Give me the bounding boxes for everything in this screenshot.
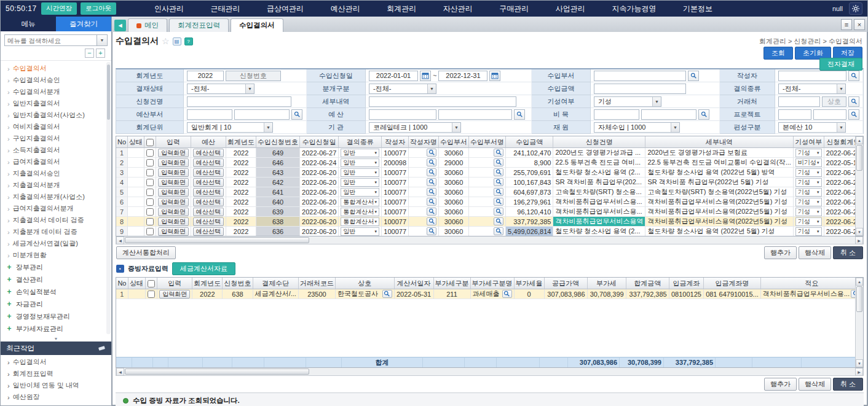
dept-search-icon[interactable] bbox=[494, 168, 503, 176]
search-icon[interactable] bbox=[688, 71, 699, 81]
writer-search-icon[interactable] bbox=[427, 217, 436, 225]
vendor-input[interactable] bbox=[778, 96, 820, 107]
select-all-checkbox[interactable] bbox=[146, 139, 154, 146]
income-grid-row[interactable]: 1입력화면예산선택20226492022-06-27일반▼10007730060… bbox=[116, 148, 863, 158]
expand-all-button[interactable]: + bbox=[96, 49, 105, 58]
column-header[interactable]: 회계년도 bbox=[192, 278, 223, 289]
completion-select[interactable]: 기성▼ bbox=[795, 168, 822, 177]
sidebar-tab-favorites[interactable]: 즐겨찾기 bbox=[56, 17, 111, 31]
column-header[interactable]: 계산서일자 bbox=[395, 278, 434, 289]
row-checkbox[interactable] bbox=[146, 189, 154, 196]
column-header[interactable]: 수입부서명 bbox=[469, 136, 506, 148]
column-header[interactable]: No bbox=[116, 136, 128, 148]
sidebar-group-item[interactable]: +경영정보재무관리 bbox=[1, 310, 111, 322]
topbar-menu-item[interactable]: 예산관리 bbox=[327, 4, 364, 14]
grid-horizontal-scrollbar[interactable]: ◀ ▶ bbox=[116, 236, 864, 244]
sidebar-menu-item[interactable]: ›급여지출결의서 bbox=[1, 156, 111, 168]
grid-vertical-scrollbar[interactable]: ▲ ▼ bbox=[855, 278, 863, 367]
dept-search-icon[interactable] bbox=[494, 198, 503, 206]
column-header[interactable]: 수입신청번호 bbox=[256, 136, 300, 148]
sidebar-tab-menu[interactable]: 메뉴 bbox=[1, 17, 56, 31]
column-header[interactable]: 거래처코드 bbox=[299, 278, 336, 289]
budget-dept-name-input[interactable] bbox=[234, 109, 290, 120]
input-screen-button[interactable]: 입력화면 bbox=[158, 188, 189, 197]
dept-search-icon[interactable] bbox=[494, 208, 503, 216]
scroll-up-icon[interactable]: ▲ bbox=[856, 136, 863, 144]
sidebar-menu-item[interactable]: ›지출결의서분개(사업소) bbox=[1, 191, 111, 203]
detail-input[interactable] bbox=[369, 96, 516, 107]
decision-type-select[interactable]: 일반▼ bbox=[341, 168, 379, 177]
sidebar-menu-item[interactable]: ›수입결의서승인 bbox=[1, 74, 111, 86]
grid-horizontal-scrollbar[interactable]: ◀ ▶ bbox=[116, 368, 864, 376]
favorite-star-icon[interactable]: ☆ bbox=[162, 36, 170, 46]
sidebar-menu-item[interactable]: ›소득지출결의서 bbox=[1, 144, 111, 156]
writer-search-icon[interactable] bbox=[427, 178, 436, 186]
agency-select[interactable]: 코레일테크 | 1000▼ bbox=[369, 122, 461, 133]
sidebar-scrollbar[interactable] bbox=[106, 62, 111, 334]
tax-invoice-button[interactable]: 세금계산서자료 bbox=[172, 262, 235, 275]
completion-select[interactable]: 비기성▼ bbox=[795, 158, 822, 167]
scroll-right-icon[interactable]: ▶ bbox=[855, 368, 863, 376]
project-name-input[interactable] bbox=[813, 109, 846, 120]
sidebar-menu-item[interactable]: ›지출결의서승인 bbox=[1, 168, 111, 179]
vendor-search-icon[interactable] bbox=[382, 290, 392, 298]
completion-select[interactable]: 기성▼ bbox=[795, 208, 822, 216]
sidebar-menu-item[interactable]: ›수입결의서분개 bbox=[1, 86, 111, 98]
recent-work-item[interactable]: ›수입결의서 bbox=[1, 356, 111, 368]
document-tab[interactable]: 회계전표입력 bbox=[169, 18, 229, 32]
decision-type-select[interactable]: 통합계산서▼ bbox=[341, 208, 379, 216]
column-header[interactable]: 회계년도 bbox=[226, 136, 256, 148]
income-grid-row[interactable]: 8입력화면예산선택20226382022-06-20통합계산서▼10007730… bbox=[116, 217, 863, 227]
expense-item-code-input[interactable] bbox=[594, 109, 639, 120]
budget-name-input[interactable] bbox=[438, 109, 512, 120]
sidebar-menu-item[interactable]: ›세금계산서연결(일괄) bbox=[1, 238, 111, 249]
topbar-menu-item[interactable]: 구매관리 bbox=[495, 4, 532, 14]
column-header[interactable]: 기성여부 bbox=[794, 136, 824, 148]
add-row-button[interactable]: 행추가 bbox=[764, 246, 797, 259]
column-header[interactable]: 상호 bbox=[336, 278, 395, 289]
column-header[interactable]: 공급가액 bbox=[545, 278, 588, 289]
request-no-input[interactable] bbox=[226, 71, 281, 81]
column-header[interactable] bbox=[144, 136, 156, 148]
row-checkbox[interactable] bbox=[146, 218, 154, 225]
column-header[interactable]: 부가세구분 bbox=[434, 278, 471, 289]
input-screen-button[interactable]: 입력화면 bbox=[158, 168, 189, 177]
writer-search-icon[interactable] bbox=[427, 168, 436, 176]
input-screen-button[interactable]: 입력화면 bbox=[159, 290, 190, 299]
journal-type-select[interactable]: -전체-▼ bbox=[369, 84, 436, 94]
sidebar-menu-item[interactable]: ›일반지출결의서(사업소) bbox=[1, 109, 111, 121]
search-icon[interactable] bbox=[848, 109, 859, 120]
search-icon[interactable] bbox=[848, 96, 859, 107]
budget-select-button[interactable]: 예산선택 bbox=[193, 227, 224, 236]
decision-type-select[interactable]: 일반▼ bbox=[341, 188, 379, 197]
fund-source-select[interactable]: 자체수입 | 1000▼ bbox=[594, 122, 680, 133]
topbar-menu-item[interactable]: 지속가능경영 bbox=[608, 4, 660, 14]
income-grid-row[interactable]: 6입력화면예산선택20226402022-06-20통합계산서▼10007730… bbox=[116, 197, 863, 207]
sidebar-menu-item[interactable]: ›구입지출결의서 bbox=[1, 133, 111, 144]
column-header[interactable]: 작성자명 bbox=[409, 136, 439, 148]
income-grid-row[interactable]: 9입력화면예산선택20226362022-06-20일반▼10007730060… bbox=[116, 227, 863, 236]
cancel-button[interactable]: 취 소 bbox=[833, 246, 863, 259]
document-tab[interactable]: 메인 bbox=[128, 18, 167, 32]
topbar-menu-item[interactable]: 근태관리 bbox=[207, 4, 244, 14]
sidebar-group-item[interactable]: +장부관리 bbox=[1, 261, 111, 273]
column-header[interactable]: 입금계좌명 bbox=[704, 278, 761, 289]
vendor-type-input[interactable] bbox=[822, 96, 846, 107]
decision-type-select[interactable]: 통합계산서▼ bbox=[341, 217, 379, 226]
column-header[interactable]: 부가세 bbox=[588, 278, 626, 289]
sidebar-group-item[interactable]: +부가세자료관리 bbox=[1, 322, 111, 335]
cancel-button[interactable]: 취 소 bbox=[833, 378, 863, 391]
expand-plus-icon[interactable]: + bbox=[6, 263, 12, 271]
budget-dept-code-input[interactable] bbox=[187, 109, 232, 120]
income-amount-input[interactable] bbox=[594, 84, 686, 94]
writer-input[interactable] bbox=[778, 71, 846, 81]
scroll-up-icon[interactable]: ▲ bbox=[856, 278, 863, 286]
tab-prev-arrow-icon[interactable]: ◀ bbox=[114, 20, 126, 31]
dept-search-icon[interactable] bbox=[494, 217, 503, 225]
delete-row-button[interactable]: 행삭제 bbox=[799, 378, 831, 391]
sidebar-menu-item[interactable]: ›지출분개 데이터 검증 bbox=[1, 226, 111, 238]
dept-search-icon[interactable] bbox=[494, 178, 503, 186]
select-all-checkbox[interactable] bbox=[148, 280, 155, 287]
decision-type-select[interactable]: 통합계산서▼ bbox=[341, 198, 379, 206]
writer-search-icon[interactable] bbox=[427, 198, 436, 206]
